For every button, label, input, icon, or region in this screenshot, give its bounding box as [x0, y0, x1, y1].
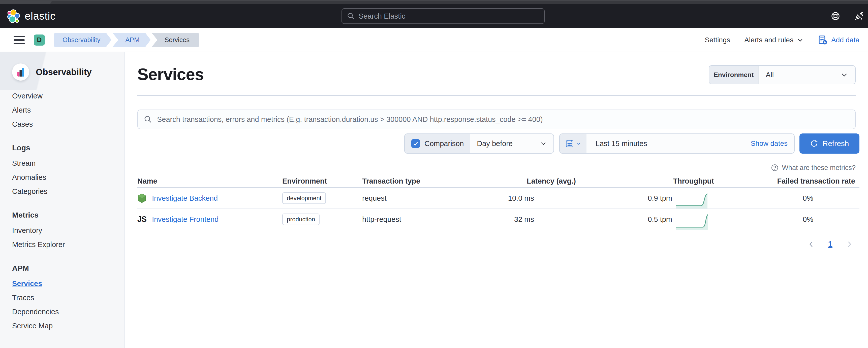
elastic-brand[interactable]: elastic — [7, 4, 56, 28]
elastic-logo-icon — [7, 9, 20, 23]
comparison-checkbox[interactable] — [411, 139, 420, 148]
throughput-value: 0.9 tpm — [648, 194, 672, 203]
sidebar-item-anomalies[interactable]: Anomalies — [12, 174, 117, 181]
sidebar-item-stream[interactable]: Stream — [12, 160, 117, 167]
chevron-down-icon — [840, 71, 848, 78]
transactions-search-box[interactable] — [137, 109, 856, 129]
nodejs-hexagon-icon — [137, 193, 147, 203]
environment-filter-value: All — [766, 71, 774, 79]
transactions-search-input[interactable] — [157, 115, 849, 124]
breadcrumb-services: Services — [152, 33, 199, 47]
sidebar-item-overview[interactable]: Overview — [12, 93, 117, 100]
page-title: Services — [137, 65, 204, 84]
sidebar-item-alerts[interactable]: Alerts — [12, 106, 117, 114]
column-header-latency[interactable]: Latency (avg.) — [420, 175, 576, 187]
menu-icon[interactable] — [13, 36, 25, 44]
breadcrumb: Observability APM Services — [54, 33, 200, 47]
environment-badge: production — [282, 213, 319, 225]
add-data-icon — [817, 35, 828, 45]
column-header-throughput[interactable]: Throughput — [558, 175, 714, 187]
sidebar-item-dependencies[interactable]: Dependencies — [12, 308, 117, 315]
chevron-down-icon — [576, 141, 581, 146]
pagination: 1 — [807, 240, 853, 249]
throughput-value: 0.5 tpm — [648, 215, 672, 223]
environment-filter-label: Environment — [709, 66, 758, 84]
observability-logo-icon — [12, 64, 29, 80]
breadcrumb-observability[interactable]: Observability — [54, 33, 112, 47]
chevron-left-icon[interactable] — [807, 241, 815, 248]
column-header-name[interactable]: Name — [137, 175, 279, 187]
comparison-checkbox-group[interactable]: Comparison — [405, 134, 470, 153]
time-range-value[interactable]: Last 15 minutes — [595, 139, 647, 148]
breadcrumb-apm[interactable]: APM — [112, 33, 151, 47]
breadcrumb-bar: D Observability APM Services Settings Al… — [0, 28, 868, 52]
search-icon — [347, 12, 354, 20]
question-circle-icon — [771, 164, 779, 172]
failed-rate-sparkline-slot — [813, 188, 855, 209]
chevron-down-icon — [540, 140, 547, 147]
news-icon[interactable] — [854, 11, 864, 21]
refresh-button[interactable]: Refresh — [800, 134, 860, 153]
environment-filter[interactable]: Environment All — [709, 65, 856, 84]
space-initial: D — [37, 36, 42, 44]
sidebar-item-traces[interactable]: Traces — [12, 294, 117, 302]
global-header: elastic — [0, 4, 868, 28]
chevron-down-icon — [797, 37, 804, 43]
main-panel: Services Environment All — [124, 52, 868, 348]
column-header-failed-rate[interactable]: Failed transaction rate — [699, 175, 855, 187]
services-table: Name Environment Transaction type Latenc… — [137, 175, 860, 230]
sidebar-item-categories[interactable]: Categories — [12, 188, 117, 195]
sidebar-section-metrics: Metrics — [12, 211, 117, 219]
refresh-icon — [810, 139, 818, 148]
time-range-picker: Last 15 minutes Show dates — [559, 134, 795, 153]
sidebar-section-apm: APM — [12, 264, 117, 273]
service-link[interactable]: Investigate Frontend — [152, 215, 218, 223]
metrics-help-link[interactable]: What are these metrics? — [771, 164, 856, 172]
brand-title: elastic — [25, 10, 56, 22]
column-header-environment[interactable]: Environment — [282, 175, 358, 187]
show-dates-link[interactable]: Show dates — [751, 139, 791, 147]
window-chrome-strip — [0, 0, 868, 4]
space-avatar[interactable]: D — [34, 35, 45, 45]
comparison-select[interactable]: Day before — [470, 134, 554, 153]
js-agent-icon: JS — [137, 215, 147, 224]
help-icon[interactable] — [831, 11, 840, 21]
page-number[interactable]: 1 — [828, 240, 833, 249]
failed-rate-value: 0% — [803, 194, 813, 203]
sidebar-item-service-map[interactable]: Service Map — [12, 322, 117, 329]
sidebar-item-metrics-explorer[interactable]: Metrics Explorer — [12, 241, 117, 248]
add-data-label: Add data — [831, 36, 860, 44]
alerts-and-rules-label: Alerts and rules — [744, 36, 794, 44]
sidebar: Observability Overview Alerts Cases Logs… — [0, 52, 124, 348]
divider — [137, 95, 856, 96]
table-row: Investigate Backend development request … — [137, 188, 860, 209]
sidebar-item-services[interactable]: Services — [12, 280, 117, 287]
table-row: JS Investigate Frontend production http-… — [137, 209, 860, 230]
calendar-icon — [565, 139, 574, 148]
add-data-button[interactable]: Add data — [817, 35, 860, 45]
comparison-value: Day before — [477, 139, 513, 148]
sidebar-item-cases[interactable]: Cases — [12, 120, 117, 128]
latency-value: 10.0 ms — [508, 194, 534, 203]
window-chrome-tab — [51, 1, 868, 4]
sidebar-item-inventory[interactable]: Inventory — [12, 227, 117, 234]
search-icon — [144, 115, 152, 124]
comparison-label: Comparison — [425, 139, 464, 148]
alerts-and-rules-menu[interactable]: Alerts and rules — [744, 36, 804, 44]
environment-badge: development — [282, 193, 326, 204]
settings-link[interactable]: Settings — [705, 36, 730, 44]
table-header-row: Name Environment Transaction type Latenc… — [137, 175, 860, 188]
failed-rate-sparkline-slot — [813, 209, 855, 230]
service-link[interactable]: Investigate Backend — [152, 194, 218, 203]
global-search-box[interactable] — [341, 8, 545, 24]
global-search-input[interactable] — [359, 12, 539, 21]
latency-value: 32 ms — [514, 215, 534, 223]
chevron-right-icon[interactable] — [845, 241, 853, 248]
calendar-menu-button[interactable] — [560, 134, 587, 153]
check-icon — [413, 141, 418, 146]
sidebar-section-logs: Logs — [12, 143, 117, 152]
comparison-control: Comparison Day before — [404, 134, 554, 153]
refresh-label: Refresh — [823, 139, 849, 148]
sidebar-title: Observability — [36, 67, 92, 77]
failed-rate-value: 0% — [803, 215, 813, 223]
